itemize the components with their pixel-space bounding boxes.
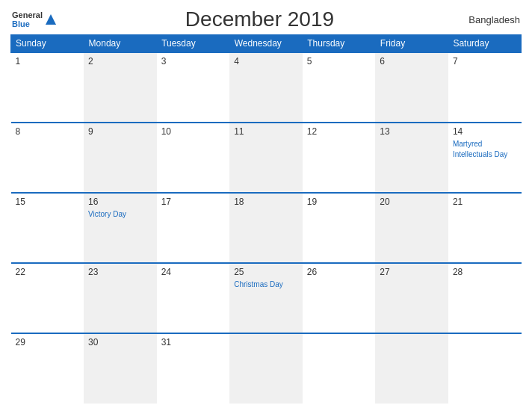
day-number: 10 [161, 126, 226, 137]
day-number: 22 [16, 267, 80, 277]
day-cell: 20 [375, 193, 448, 263]
day-cell: 13 [375, 123, 448, 193]
week-row-4: 22232425Christmas Day262728 [11, 263, 522, 333]
day-cell [448, 333, 522, 404]
weekday-header-monday: Monday [84, 35, 157, 53]
weekday-header-tuesday: Tuesday [157, 35, 230, 53]
day-number: 7 [453, 56, 517, 67]
day-cell: 16Victory Day [84, 193, 157, 263]
day-number: 12 [307, 126, 371, 137]
day-number: 20 [380, 197, 444, 207]
weekday-header-sunday: Sunday [11, 35, 84, 53]
day-number: 15 [16, 197, 80, 207]
logo-blue-text: Blue [12, 19, 43, 28]
day-cell: 27 [375, 263, 448, 333]
day-number: 28 [453, 267, 517, 277]
day-event: Martyred Intellectuals Day [453, 140, 507, 158]
day-cell: 1 [11, 52, 84, 123]
day-cell: 10 [157, 123, 230, 193]
day-number: 2 [88, 56, 152, 67]
day-number: 23 [88, 267, 152, 277]
day-number: 29 [16, 337, 80, 347]
day-cell: 7 [448, 52, 522, 123]
day-cell: 15 [11, 193, 84, 263]
calendar-wrapper: General Blue December 2019 Bangladesh Su… [0, 0, 532, 411]
day-number: 21 [453, 197, 517, 207]
day-number: 13 [380, 126, 444, 137]
day-number: 24 [161, 267, 226, 277]
day-number: 6 [380, 56, 444, 67]
day-cell [375, 333, 448, 404]
weekday-header-friday: Friday [375, 35, 448, 53]
day-event: Victory Day [88, 210, 126, 218]
day-cell: 19 [303, 193, 376, 263]
day-cell [229, 333, 303, 404]
day-number: 14 [453, 126, 517, 137]
day-cell: 12 [303, 123, 376, 193]
day-number: 17 [161, 197, 226, 207]
day-number: 5 [307, 56, 371, 67]
day-cell: 4 [229, 52, 303, 123]
logo-general-text: General [12, 10, 43, 19]
day-number: 30 [88, 337, 152, 347]
day-number: 8 [16, 126, 80, 137]
day-number: 26 [307, 267, 371, 277]
day-cell: 8 [11, 123, 84, 193]
day-number: 1 [16, 56, 80, 67]
day-cell: 30 [84, 333, 157, 404]
week-row-1: 1234567 [11, 52, 522, 123]
day-event: Christmas Day [234, 280, 283, 288]
weekday-header-row: SundayMondayTuesdayWednesdayThursdayFrid… [11, 35, 522, 53]
week-row-3: 1516Victory Day1718192021 [11, 193, 522, 263]
country-label: Bangladesh [460, 14, 520, 25]
day-cell: 23 [84, 263, 157, 333]
day-cell: 26 [303, 263, 376, 333]
day-number: 27 [380, 267, 444, 277]
day-number: 4 [234, 56, 298, 67]
day-cell: 6 [375, 52, 448, 123]
day-cell: 31 [157, 333, 230, 404]
day-cell: 18 [229, 193, 303, 263]
day-number: 3 [161, 56, 226, 67]
day-cell [303, 333, 376, 404]
day-cell: 17 [157, 193, 230, 263]
day-number: 31 [161, 337, 226, 347]
logo: General Blue [12, 10, 59, 28]
day-cell: 14Martyred Intellectuals Day [448, 123, 522, 193]
day-cell: 9 [84, 123, 157, 193]
day-cell: 5 [303, 52, 376, 123]
day-cell: 22 [11, 263, 84, 333]
day-number: 18 [234, 197, 298, 207]
day-cell: 25Christmas Day [229, 263, 303, 333]
day-number: 9 [88, 126, 152, 137]
day-number: 25 [234, 267, 298, 277]
day-number: 11 [234, 126, 298, 137]
week-row-2: 891011121314Martyred Intellectuals Day [11, 123, 522, 193]
day-cell: 21 [448, 193, 522, 263]
day-cell: 29 [11, 333, 84, 404]
calendar-header: General Blue December 2019 Bangladesh [10, 7, 522, 31]
calendar-table: SundayMondayTuesdayWednesdayThursdayFrid… [10, 34, 522, 404]
day-cell: 24 [157, 263, 230, 333]
day-cell: 3 [157, 52, 230, 123]
weekday-header-thursday: Thursday [303, 35, 376, 53]
day-cell: 28 [448, 263, 522, 333]
week-row-5: 293031 [11, 333, 522, 404]
day-cell: 2 [84, 52, 157, 123]
weekday-header-wednesday: Wednesday [229, 35, 303, 53]
day-number: 16 [88, 197, 152, 207]
weekday-header-saturday: Saturday [448, 35, 522, 53]
day-number: 19 [307, 197, 371, 207]
logo-icon [44, 12, 59, 27]
month-title: December 2019 [59, 7, 460, 31]
day-cell: 11 [229, 123, 303, 193]
